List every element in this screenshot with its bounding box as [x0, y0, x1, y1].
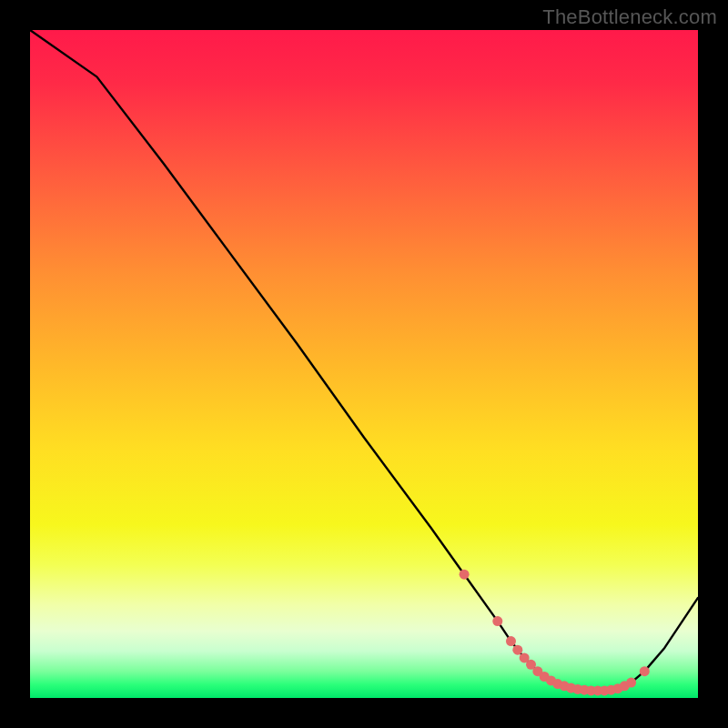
- marker-dot: [640, 666, 650, 676]
- marker-dot: [460, 570, 470, 580]
- watermark-text: TheBottleneck.com: [542, 5, 717, 29]
- marker-dot: [512, 645, 522, 655]
- marker-dot: [626, 678, 636, 688]
- curve-line: [30, 30, 698, 691]
- plot-area: [30, 30, 698, 698]
- chart-svg: [30, 30, 698, 698]
- marker-group: [460, 570, 650, 696]
- marker-dot: [492, 616, 502, 626]
- marker-dot: [506, 636, 516, 646]
- chart-frame: TheBottleneck.com: [0, 0, 728, 728]
